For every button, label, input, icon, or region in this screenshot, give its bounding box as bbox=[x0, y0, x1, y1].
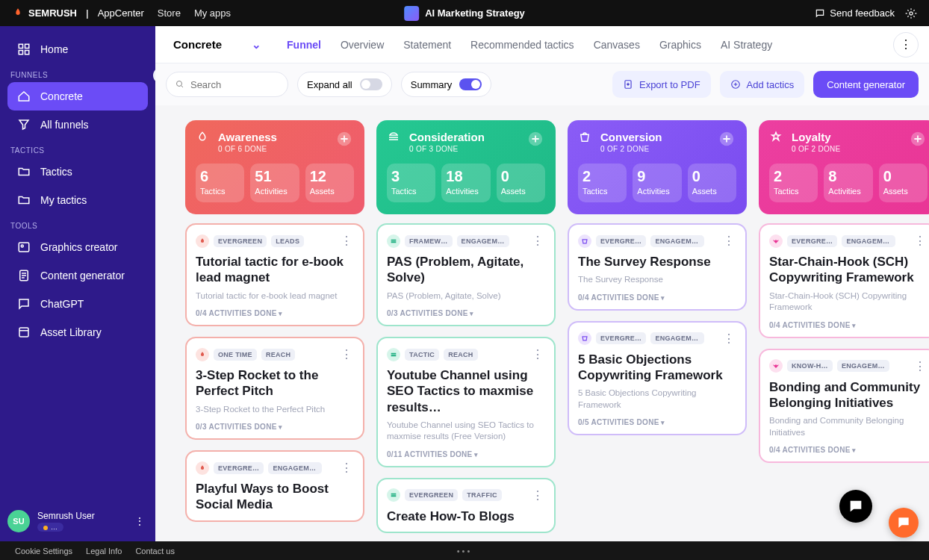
sidebar-concrete[interactable]: Concrete bbox=[7, 82, 148, 111]
section-tactics: TACTICS bbox=[10, 146, 145, 155]
tactic-card[interactable]: EVERGRE…ENGAGEME…⋮5 Basic Objections Cop… bbox=[568, 321, 747, 436]
card-activities-done[interactable]: 0/4 ACTIVITIES DONE bbox=[578, 293, 736, 302]
card-description: 3-Step Rocket to the Perfect Pitch bbox=[196, 404, 354, 416]
footer-cookie-settings[interactable]: Cookie Settings bbox=[15, 547, 72, 556]
header-more-menu[interactable]: ⋮ bbox=[893, 32, 919, 57]
tab-canvases[interactable]: Canvases bbox=[594, 39, 640, 51]
card-more-icon[interactable]: ⋮ bbox=[339, 461, 354, 475]
brand-name: SEMRUSH bbox=[28, 7, 77, 19]
nav-store[interactable]: Store bbox=[158, 7, 181, 19]
intercom-chat-button[interactable] bbox=[839, 490, 872, 523]
add-card-button[interactable] bbox=[910, 131, 928, 149]
tactic-card[interactable]: EVERGRE…ENGAGEME…⋮Star-Chain-Hook (SCH) … bbox=[759, 223, 929, 338]
tab-ai-strategy[interactable]: AI Strategy bbox=[721, 39, 772, 51]
card-more-icon[interactable]: ⋮ bbox=[339, 234, 354, 248]
footer-contact[interactable]: Contact us bbox=[135, 547, 175, 556]
tactic-card[interactable]: FRAMEW…ENGAGEM…⋮PAS (Problem, Agitate, S… bbox=[376, 223, 556, 326]
expand-all-toggle[interactable]: Expand all bbox=[297, 72, 392, 97]
card-title: Tutorial tactic for e-book lead magnet bbox=[196, 254, 354, 286]
tactic-card[interactable]: ONE TIMEREACH⋮3-Step Rocket to the Perfe… bbox=[185, 337, 364, 440]
tab-recommended[interactable]: Recommended tactics bbox=[470, 39, 574, 51]
tactic-card[interactable]: TACTICREACH⋮Youtube Channel using SEO Ta… bbox=[376, 337, 556, 467]
stat-box: 51Activities bbox=[250, 164, 299, 202]
summary-toggle[interactable]: Summary bbox=[401, 72, 492, 97]
tactic-card[interactable]: KNOW-H…ENGAGEM…⋮Bonding and Community Be… bbox=[759, 349, 929, 464]
add-card-button[interactable] bbox=[527, 131, 545, 149]
tab-funnel[interactable]: Funnel bbox=[287, 39, 321, 51]
card-activities-done[interactable]: 0/11 ACTIVITIES DONE bbox=[387, 450, 545, 458]
sidebar-chatgpt-label: ChatGPT bbox=[40, 298, 84, 310]
stat-label: Tactics bbox=[582, 187, 622, 196]
column-awareness: Awareness0 OF 6 DONE6Tactics51Activities… bbox=[185, 120, 364, 541]
card-activities-done[interactable]: 0/5 ACTIVITIES DONE bbox=[578, 418, 736, 426]
export-pdf-button[interactable]: Export to PDF bbox=[612, 71, 711, 98]
send-feedback-link[interactable]: Send feedback bbox=[815, 7, 895, 19]
search-box[interactable] bbox=[166, 72, 288, 97]
export-label: Export to PDF bbox=[639, 79, 700, 90]
add-card-button[interactable] bbox=[336, 131, 354, 149]
card-more-icon[interactable]: ⋮ bbox=[339, 347, 354, 361]
column-loyalty: Loyalty0 OF 2 DONE2Tactics8Activities0As… bbox=[759, 120, 929, 541]
card-tag: EVERGRE… bbox=[214, 462, 264, 474]
tactic-card[interactable]: EVERGREENLEADS⋮Tutorial tactic for e-boo… bbox=[185, 223, 364, 326]
card-tag: EVERGREEN bbox=[214, 235, 267, 247]
library-icon bbox=[16, 325, 31, 340]
sidebar-home[interactable]: Home bbox=[7, 35, 148, 63]
sidebar-tactics[interactable]: Tactics bbox=[7, 158, 148, 186]
card-more-icon[interactable]: ⋮ bbox=[721, 332, 736, 346]
card-more-icon[interactable]: ⋮ bbox=[530, 347, 545, 361]
sidebar-all-funnels-label: All funnels bbox=[40, 119, 89, 131]
card-description: 5 Basic Objections Copywriting Framework bbox=[578, 388, 736, 411]
card-activities-done[interactable]: 0/4 ACTIVITIES DONE bbox=[769, 321, 928, 329]
card-more-icon[interactable]: ⋮ bbox=[530, 234, 545, 248]
card-more-icon[interactable]: ⋮ bbox=[913, 359, 928, 373]
workspace-select[interactable]: Concrete ⌄ bbox=[166, 34, 269, 56]
add-tactics-button[interactable]: Add tactics bbox=[720, 71, 805, 98]
card-title: Playful Ways to Boost Social Media bbox=[196, 481, 354, 513]
card-activities-done[interactable]: 0/4 ACTIVITIES DONE bbox=[196, 309, 354, 317]
chat-bubble2-icon bbox=[896, 515, 911, 530]
brand-logo[interactable]: SEMRUSH | AppCenter bbox=[12, 7, 144, 19]
sidebar-user[interactable]: SU Semrush User … ⋮ bbox=[7, 510, 148, 532]
secondary-chat-button[interactable] bbox=[889, 508, 919, 538]
card-activities-done[interactable]: 0/4 ACTIVITIES DONE bbox=[769, 446, 928, 454]
add-label: Add tactics bbox=[747, 79, 795, 90]
summary-toggle-switch[interactable] bbox=[459, 78, 482, 90]
tactic-card[interactable]: EVERGREENTRAFFIC⋮Create How-To Blogs bbox=[376, 478, 556, 533]
chevron-down-icon: ⌄ bbox=[252, 38, 261, 52]
tab-graphics[interactable]: Graphics bbox=[659, 39, 701, 51]
card-tag: EVERGREEN bbox=[405, 489, 458, 501]
card-more-icon[interactable]: ⋮ bbox=[721, 234, 736, 248]
sidebar-concrete-label: Concrete bbox=[40, 90, 83, 102]
search-input[interactable] bbox=[190, 79, 279, 90]
column-progress: 0 OF 2 DONE bbox=[792, 145, 841, 153]
expand-toggle-switch[interactable] bbox=[360, 78, 382, 90]
card-more-icon[interactable]: ⋮ bbox=[913, 234, 928, 248]
column-title: Conversion bbox=[600, 131, 662, 143]
tactic-card[interactable]: EVERGRE…ENGAGEME…⋮The Survey ResponseThe… bbox=[568, 223, 747, 311]
tactic-card[interactable]: EVERGRE…ENGAGEME…⋮Playful Ways to Boost … bbox=[185, 450, 364, 522]
sidebar-chatgpt[interactable]: ChatGPT bbox=[7, 290, 148, 318]
stat-box: 9Activities bbox=[633, 164, 681, 202]
tab-statement[interactable]: Statement bbox=[403, 39, 451, 51]
sidebar-graphics-creator[interactable]: Graphics creator bbox=[7, 233, 148, 261]
card-more-icon[interactable]: ⋮ bbox=[530, 488, 545, 503]
user-menu-kebab-icon[interactable]: ⋮ bbox=[131, 512, 148, 530]
sidebar-all-funnels[interactable]: All funnels bbox=[7, 111, 148, 139]
footer-legal[interactable]: Legal Info bbox=[86, 547, 122, 556]
funnel-target-icon bbox=[16, 89, 31, 104]
sidebar-my-tactics[interactable]: My tactics bbox=[7, 186, 148, 214]
add-card-button[interactable] bbox=[718, 131, 736, 149]
sidebar-tactics-label: Tactics bbox=[40, 166, 72, 178]
nav-myapps[interactable]: My apps bbox=[194, 7, 231, 19]
card-activities-done[interactable]: 0/3 ACTIVITIES DONE bbox=[387, 309, 545, 317]
sidebar-content-generator[interactable]: Content generator bbox=[7, 261, 148, 290]
stat-number: 18 bbox=[446, 168, 485, 185]
sidebar-asset-library[interactable]: Asset Library bbox=[7, 318, 148, 346]
content-generator-button[interactable]: Content generator bbox=[813, 71, 919, 98]
settings-gear-icon[interactable] bbox=[905, 7, 917, 19]
tab-overview[interactable]: Overview bbox=[341, 39, 384, 51]
card-activities-done[interactable]: 0/3 ACTIVITIES DONE bbox=[196, 423, 354, 431]
svg-point-0 bbox=[910, 12, 913, 15]
card-title: 5 Basic Objections Copywriting Framework bbox=[578, 352, 736, 384]
